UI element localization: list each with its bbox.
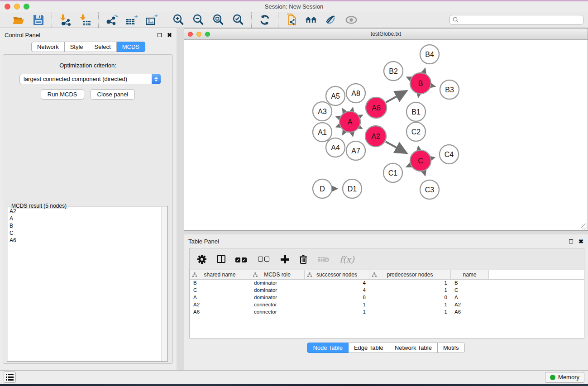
tab-mcds[interactable]: MCDS — [117, 42, 145, 52]
graph-edge-C-C4[interactable] — [431, 157, 434, 158]
export-network-button[interactable] — [105, 13, 119, 27]
table-row[interactable]: A2connector11A2 — [190, 301, 584, 309]
table-options-button[interactable] — [197, 254, 207, 264]
tab-network[interactable]: Network — [31, 42, 65, 52]
table-cell[interactable]: C — [190, 287, 250, 294]
table-cell[interactable]: 4 — [305, 280, 369, 287]
graph-edge-A-A1[interactable] — [336, 126, 339, 127]
tab-select[interactable]: Select — [89, 42, 117, 52]
table-cell[interactable]: 1 — [369, 301, 451, 309]
result-item[interactable]: A6 — [10, 237, 161, 244]
tab-style[interactable]: Style — [65, 42, 89, 52]
graph-edge-A-A5[interactable] — [343, 109, 344, 112]
table-cell[interactable]: A — [451, 294, 489, 301]
table-tab-node-table[interactable]: Node Table — [307, 343, 349, 353]
table-cell[interactable]: 0 — [369, 294, 451, 301]
column-header-predecessor-nodes[interactable]: predecessor nodes — [369, 270, 451, 279]
search-input[interactable] — [460, 17, 580, 23]
table-cell[interactable]: A — [190, 294, 250, 301]
table-row[interactable]: Bdominator41B — [190, 280, 584, 287]
table-cell[interactable]: dominator — [250, 280, 305, 287]
table-cell[interactable]: A6 — [190, 309, 250, 316]
graph-edge-B-B2[interactable] — [407, 77, 410, 79]
search-field[interactable] — [449, 15, 583, 25]
run-mcds-button[interactable]: Run MCDS — [41, 89, 84, 100]
graph-edge-A-A7[interactable] — [352, 133, 353, 136]
close-panel-button[interactable]: Close panel — [91, 89, 135, 100]
delete-table-button[interactable] — [318, 256, 330, 263]
table-cell[interactable]: A2 — [190, 301, 250, 309]
birds-eye-view-button[interactable] — [344, 13, 358, 27]
table-cell[interactable]: C — [451, 287, 489, 294]
graph-edge-A-A3[interactable] — [336, 117, 339, 118]
export-image-button[interactable] — [145, 13, 158, 27]
table-tab-network-table[interactable]: Network Table — [389, 343, 438, 353]
graph-edge-A6-B[interactable] — [386, 91, 406, 102]
column-header-shared-name[interactable]: shared name — [190, 270, 250, 279]
import-network-button[interactable] — [58, 13, 72, 27]
zoom-selected-button[interactable] — [231, 13, 245, 27]
create-column-button[interactable] — [281, 255, 289, 263]
column-header-name[interactable]: name — [451, 270, 489, 279]
show-column-button[interactable] — [217, 255, 225, 263]
result-item[interactable]: A — [10, 215, 161, 222]
network-window-titlebar[interactable]: testGlobe.txt — [184, 29, 588, 40]
table-cell[interactable]: connector — [250, 301, 305, 309]
table-row[interactable]: A6connector11A6 — [190, 309, 584, 316]
table-cell[interactable]: 1 — [369, 309, 451, 316]
apply-layout-button[interactable] — [258, 13, 272, 27]
table-cell[interactable]: B — [190, 280, 250, 287]
function-builder-button[interactable]: f(x) — [339, 254, 354, 264]
table-tab-motifs[interactable]: Motifs — [438, 343, 465, 353]
result-scrollbar[interactable] — [161, 207, 167, 361]
graph-edge-A-A4[interactable] — [343, 132, 344, 134]
graph-edge-B-B1[interactable] — [418, 95, 419, 97]
float-table-panel-icon[interactable] — [569, 239, 573, 243]
table-cell[interactable]: 1 — [369, 287, 451, 294]
graph-edge-A-A2[interactable] — [360, 127, 362, 129]
graph-edge-A2-C[interactable] — [386, 142, 406, 153]
resize-grip-icon[interactable] — [581, 224, 587, 230]
table-row[interactable]: Cdominator41C — [190, 287, 584, 294]
first-neighbors-button[interactable] — [305, 13, 318, 27]
select-all-columns-button[interactable]: ✓✓ — [235, 255, 248, 263]
open-session-button[interactable] — [12, 13, 25, 27]
table-cell[interactable]: A6 — [451, 309, 489, 316]
table-cell[interactable]: 4 — [305, 287, 369, 294]
unselect-all-columns-button[interactable] — [258, 255, 271, 263]
result-item[interactable]: C — [10, 229, 161, 237]
delete-column-button[interactable] — [299, 254, 308, 264]
table-cell[interactable]: 1 — [305, 309, 369, 316]
float-panel-icon[interactable] — [158, 33, 162, 37]
zoom-out-button[interactable] — [191, 13, 205, 27]
save-session-button[interactable] — [32, 13, 45, 27]
import-table-button[interactable] — [78, 13, 92, 27]
graphics-details-button[interactable] — [325, 13, 338, 27]
show-panels-button[interactable] — [4, 372, 16, 383]
graph-edge-C-C2[interactable] — [418, 147, 419, 150]
new-network-from-selection-button[interactable] — [285, 13, 298, 27]
network-canvas[interactable]: AA1A2A3A4A5A6A7A8BB1B2B3B4CC1C2C3C4DD1 — [184, 40, 588, 230]
column-header-MCDS-role[interactable]: MCDS role — [250, 270, 305, 279]
mcds-result-list[interactable]: A2ABCA6 — [8, 207, 161, 361]
graph-edge-C-C1[interactable] — [406, 165, 410, 167]
export-table-button[interactable] — [125, 13, 139, 27]
table-cell[interactable]: connector — [250, 309, 305, 316]
table-cell[interactable]: 1 — [305, 301, 369, 309]
close-panel-icon[interactable]: ✖ — [167, 32, 172, 38]
table-cell[interactable]: 1 — [369, 280, 451, 287]
table-tab-edge-table[interactable]: Edge Table — [349, 343, 389, 353]
graph-edge-C-C3[interactable] — [424, 172, 425, 176]
table-cell[interactable]: A2 — [451, 301, 489, 309]
table-row[interactable]: Adominator80A — [190, 294, 584, 301]
result-item[interactable]: B — [10, 222, 161, 229]
graph-edge-B-B3[interactable] — [431, 86, 435, 86]
column-header-successor-nodes[interactable]: successor nodes — [305, 270, 369, 279]
table-cell[interactable]: dominator — [250, 294, 305, 301]
memory-button[interactable]: Memory — [545, 372, 584, 383]
table-cell[interactable]: B — [451, 280, 489, 287]
close-table-panel-icon[interactable]: ✖ — [578, 238, 583, 245]
table-cell[interactable]: 8 — [305, 294, 369, 301]
criterion-dropdown[interactable]: largest connected component (directed) — [19, 74, 161, 84]
graph-edge-A-A6[interactable] — [360, 115, 362, 116]
